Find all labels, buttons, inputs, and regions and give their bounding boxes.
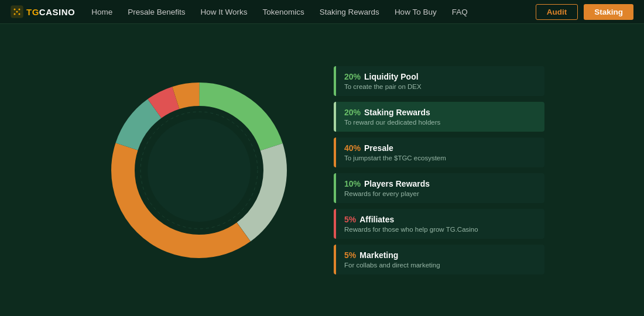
- legend-pct-marketing: 5%: [344, 250, 356, 260]
- svg-point-2: [19, 9, 20, 11]
- staking-button[interactable]: Staking: [584, 4, 633, 20]
- legend-staking-rewards: 20% Staking Rewards To reward our dedica…: [334, 102, 544, 132]
- legend-desc-affiliates: Rewards for those who help grow TG.Casin…: [344, 226, 536, 233]
- donut-chart: [100, 71, 299, 270]
- nav-item-presale-benefits[interactable]: Presale Benefits: [128, 6, 185, 17]
- legend-desc-marketing: For collabs and direct marketing: [344, 262, 536, 269]
- legend-title-staking: Staking Rewards: [364, 108, 430, 117]
- legend-desc-players: Rewards for every player: [344, 190, 536, 197]
- legend-players-rewards: 10% Players Rewards Rewards for every pl…: [334, 173, 544, 203]
- legend-pct-staking: 20%: [344, 108, 361, 117]
- nav-item-home[interactable]: Home: [91, 6, 112, 17]
- nav-buttons: Audit Staking: [536, 4, 633, 20]
- legend-presale: 40% Presale To jumpstart the $TGC ecosys…: [334, 138, 544, 167]
- legend-title-players: Players Rewards: [364, 179, 430, 188]
- svg-point-1: [14, 9, 16, 11]
- nav-item-how-it-works[interactable]: How It Works: [201, 6, 248, 17]
- nav-item-staking-rewards[interactable]: Staking Rewards: [320, 6, 379, 17]
- nav-item-faq[interactable]: FAQ: [452, 6, 468, 17]
- legend-title-marketing: Marketing: [359, 250, 398, 260]
- logo-icon: [11, 5, 23, 18]
- nav-links: Home Presale Benefits How It Works Token…: [91, 6, 536, 17]
- svg-point-4: [19, 13, 20, 15]
- logo-casino-text: CASINO: [39, 7, 75, 17]
- main-content: 20% Liquidity Pool To create the pair on…: [0, 24, 644, 316]
- legend-pct-affiliates: 5%: [344, 215, 356, 224]
- nav-item-how-to-buy[interactable]: How To Buy: [395, 6, 437, 17]
- legend-desc-staking: To reward our dedicated holders: [344, 119, 536, 126]
- legend-desc-presale: To jumpstart the $TGC ecosystem: [344, 154, 536, 162]
- legend-title-affiliates: Affiliates: [359, 215, 394, 224]
- legend-desc-liquidity: To create the pair on DEX: [344, 83, 536, 90]
- legend-pct-players: 10%: [344, 179, 361, 188]
- center-circle: [148, 119, 251, 222]
- logo-tg-text: TG: [26, 7, 39, 17]
- legend-pct-liquidity: 20%: [344, 72, 361, 81]
- legend-title-presale: Presale: [364, 143, 393, 153]
- legend-liquidity-pool: 20% Liquidity Pool To create the pair on…: [334, 66, 544, 96]
- legend-marketing: 5% Marketing For collabs and direct mark…: [334, 245, 544, 274]
- nav-item-tokenomics[interactable]: Tokenomics: [263, 6, 304, 17]
- audit-button[interactable]: Audit: [536, 4, 578, 20]
- donut-chart-container: [100, 71, 299, 270]
- logo[interactable]: TGCASINO: [11, 5, 75, 18]
- legend-affiliates: 5% Affiliates Rewards for those who help…: [334, 209, 544, 239]
- legend-pct-presale: 40%: [344, 143, 361, 153]
- svg-point-3: [14, 13, 16, 15]
- svg-point-5: [16, 11, 18, 13]
- navbar: TGCASINO Home Presale Benefits How It Wo…: [0, 0, 644, 24]
- legend-title-liquidity: Liquidity Pool: [364, 72, 419, 81]
- legend-container: 20% Liquidity Pool To create the pair on…: [334, 66, 544, 274]
